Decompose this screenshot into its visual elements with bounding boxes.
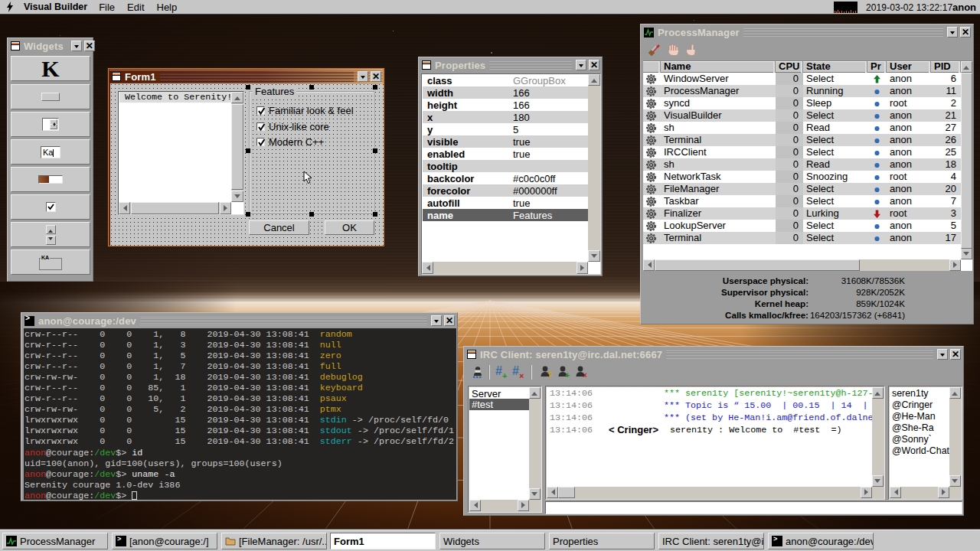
svg-text:+: + (565, 370, 570, 380)
svg-text:?: ? (547, 371, 552, 380)
svg-text:×: × (583, 371, 587, 380)
